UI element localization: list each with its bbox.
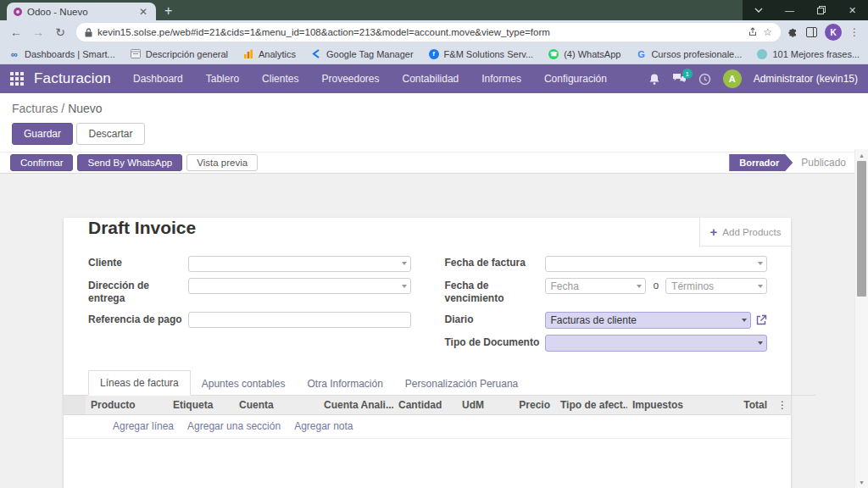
terminos-input[interactable] <box>665 278 767 294</box>
facebook-icon: f <box>428 48 440 60</box>
share-icon[interactable] <box>748 27 758 37</box>
breadcrumb-parent[interactable]: Facturas <box>12 102 58 115</box>
confirm-button[interactable]: Confirmar <box>10 154 73 171</box>
tab-lineas-factura[interactable]: Líneas de factura <box>88 370 191 396</box>
notifications-bell-icon[interactable] <box>648 73 660 86</box>
add-line-link[interactable]: Agregar línea <box>113 420 174 432</box>
cliente-field[interactable] <box>188 255 411 272</box>
bookmark-item[interactable]: Descripción general <box>130 48 228 60</box>
minimize-button[interactable]: — <box>774 0 805 20</box>
user-menu[interactable]: Administrator (kevin15) <box>754 73 858 85</box>
invoice-title: Draft Invoice <box>88 218 791 238</box>
forward-icon[interactable]: → <box>29 25 47 39</box>
close-window-button[interactable]: ✕ <box>837 0 868 20</box>
maximize-button[interactable] <box>805 0 837 20</box>
menu-informes[interactable]: Informes <box>481 73 521 85</box>
lines-table-actions: Agregar línea Agregar una sección Agrega… <box>64 415 791 439</box>
col-cantidad[interactable]: Cantidad <box>393 399 457 411</box>
col-producto[interactable]: Producto <box>86 399 168 411</box>
bookmark-item[interactable]: Google Tag Manager <box>310 48 414 60</box>
tipo-documento-select[interactable] <box>545 335 768 352</box>
bookmark-item[interactable]: Analytics <box>242 48 296 60</box>
tipo-documento-field[interactable] <box>545 335 768 352</box>
bookmark-item[interactable]: ☎ (4) WhatsApp <box>548 48 620 60</box>
diario-label: Diario <box>445 312 545 327</box>
tab-personalizacion-peruana[interactable]: Personalización Peruana <box>394 372 529 396</box>
fecha-vencimiento-fields: o <box>545 278 768 295</box>
direccion-entrega-field[interactable] <box>188 278 411 295</box>
col-etiqueta[interactable]: Etiqueta <box>168 399 234 411</box>
url-text[interactable]: kevin15.solse.pe/web#id=21&cids=1&menu_i… <box>97 27 743 37</box>
bar-chart-icon <box>242 48 254 60</box>
fecha-input[interactable] <box>545 278 647 294</box>
tab-otra-informacion[interactable]: Otra Información <box>296 372 393 396</box>
menu-configuracion[interactable]: Configuración <box>544 73 607 85</box>
state-posted-label[interactable]: Publicado <box>801 157 846 169</box>
scroll-down-icon[interactable]: ▼ <box>855 476 868 488</box>
tab-apuntes-contables[interactable]: Apuntes contables <box>191 372 297 396</box>
referencia-pago-input[interactable] <box>188 312 411 328</box>
direccion-entrega-label: Dirección de entrega <box>88 278 188 306</box>
menu-tablero[interactable]: Tablero <box>206 73 239 85</box>
side-panel-icon[interactable] <box>806 27 817 37</box>
fecha-factura-field[interactable] <box>545 255 768 272</box>
tipo-documento-label: Tipo de Documento <box>445 335 545 350</box>
bookmark-item[interactable]: f F&M Solutions Serv... <box>428 48 534 60</box>
col-cuenta-analitica[interactable]: Cuenta Anali... <box>319 399 393 411</box>
tab-search-icon[interactable] <box>743 0 774 20</box>
preview-button[interactable]: Vista previa <box>186 154 258 171</box>
diario-select[interactable]: Facturas de cliente <box>545 312 752 329</box>
col-impuestos[interactable]: Impuestos <box>627 399 708 411</box>
referencia-pago-field[interactable] <box>188 312 411 329</box>
diario-field[interactable]: Facturas de cliente <box>545 312 752 329</box>
add-products-button[interactable]: + Add Products <box>699 218 791 247</box>
gtm-arrow-icon <box>310 48 322 60</box>
extensions-puzzle-icon[interactable] <box>787 27 798 38</box>
menu-dashboard[interactable]: Dashboard <box>133 73 183 85</box>
bookmark-item[interactable]: ∞ Dashboards | Smart... <box>8 48 115 60</box>
send-whatsapp-button[interactable]: Send By WhatsApp <box>77 154 182 171</box>
back-icon[interactable]: ← <box>7 25 25 39</box>
user-avatar[interactable]: A <box>723 69 742 88</box>
bookmark-item[interactable]: G Cursos profesionale... <box>635 48 742 60</box>
bookmark-item[interactable]: 101 Mejores frases... <box>756 48 860 60</box>
browser-titlebar: Odoo - Nuevo ✕ + — ✕ <box>0 0 868 20</box>
browser-tab[interactable]: Odoo - Nuevo ✕ <box>7 3 156 20</box>
terminos-field[interactable] <box>665 278 767 295</box>
col-precio[interactable]: Precio <box>498 399 555 411</box>
fecha-factura-input[interactable] <box>545 256 768 272</box>
plus-icon: + <box>710 225 718 239</box>
col-udm[interactable]: UdM <box>457 399 498 411</box>
messages-icon[interactable]: 1 <box>672 73 687 85</box>
state-draft-badge[interactable]: Borrador <box>729 154 793 171</box>
fecha-field[interactable] <box>545 278 647 295</box>
col-tipo-afectacion[interactable]: Tipo de afect... <box>555 399 627 411</box>
col-total[interactable]: Total <box>708 399 772 411</box>
scroll-up-icon[interactable]: ▲ <box>855 149 868 161</box>
page-scrollbar[interactable]: ▲ ▼ <box>854 149 868 488</box>
bookmark-star-icon[interactable]: ☆ <box>763 26 772 38</box>
lock-icon <box>85 28 92 37</box>
browser-profile-avatar[interactable]: K <box>825 24 842 41</box>
reload-icon[interactable]: ↻ <box>51 25 70 39</box>
add-note-link[interactable]: Agregar nota <box>294 420 353 432</box>
menu-proveedores[interactable]: Proveedores <box>321 73 379 85</box>
discard-button[interactable]: Descartar <box>76 123 144 145</box>
optional-columns-icon[interactable]: ⋮ <box>772 399 791 411</box>
apps-menu-icon[interactable] <box>10 72 24 86</box>
app-brand[interactable]: Facturacion <box>34 70 111 87</box>
url-bar[interactable]: kevin15.solse.pe/web#id=21&cids=1&menu_i… <box>76 23 781 42</box>
chrome-menu-icon[interactable]: ⋮ <box>849 26 860 38</box>
add-section-link[interactable]: Agregar una sección <box>187 420 281 432</box>
scrollbar-thumb[interactable] <box>857 161 866 297</box>
menu-contabilidad[interactable]: Contabilidad <box>403 73 459 85</box>
tab-close-icon[interactable]: ✕ <box>137 6 149 18</box>
activities-clock-icon[interactable] <box>698 73 711 86</box>
menu-clientes[interactable]: Clientes <box>262 73 298 85</box>
col-cuenta[interactable]: Cuenta <box>234 399 319 411</box>
new-tab-button[interactable]: + <box>164 4 172 18</box>
cliente-input[interactable] <box>188 256 411 272</box>
save-button[interactable]: Guardar <box>12 123 73 145</box>
external-link-icon[interactable] <box>756 312 767 325</box>
direccion-entrega-input[interactable] <box>188 278 411 294</box>
